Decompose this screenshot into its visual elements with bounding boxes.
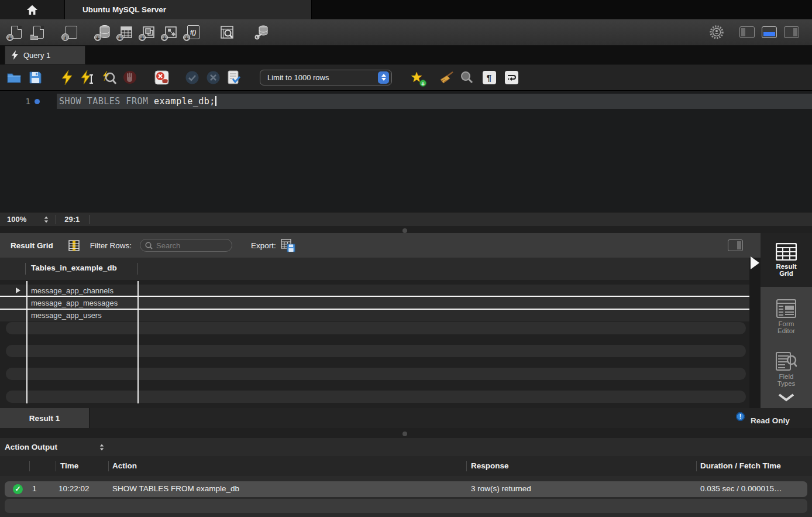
grid-column-border [26,281,27,403]
row-action: SHOW TABLES FROM example_db [112,484,239,493]
plus-icon: + [116,34,123,41]
tab-result-1[interactable]: Result 1 [0,408,90,428]
toggle-left-panel-button[interactable] [739,26,755,38]
folder-icon [7,72,21,83]
add-snippet-button[interactable]: ★ + [408,69,425,86]
action-output-empty-row [5,499,807,513]
magnifier-icon [460,71,473,84]
toggle-autocommit-button[interactable] [226,69,242,86]
output-selector-stepper[interactable] [99,444,104,451]
right-panel-icon [793,28,797,36]
left-panel-icon [741,28,745,36]
grid-row-1[interactable]: message_app_channels [0,285,749,297]
sidebar-item-field-types[interactable]: Field Types [761,347,812,392]
find-button[interactable] [459,69,475,86]
grid-column-header[interactable]: Tables_in_example_db [0,258,749,280]
stop-query-button[interactable] [122,69,138,86]
line-number: 1 [18,94,30,109]
sql-code-line[interactable]: SHOW TABLES FROM example_db; [59,94,216,109]
connection-tab[interactable]: Ubuntu MySQL Server [65,0,312,19]
rollback-button[interactable] [205,69,221,86]
sidebar-more-button[interactable] [761,392,812,402]
open-file-button[interactable] [6,69,22,86]
sql-editor[interactable]: 1 SHOW TABLES FROM example_db; [0,91,812,212]
save-script-button[interactable] [27,69,43,86]
toggle-word-wrap-button[interactable] [503,69,519,86]
stop-on-error-icon [154,70,169,85]
main-toolbar: + i + + [0,19,812,46]
sidebar-item-result-grid[interactable]: Result Grid [761,233,812,287]
action-output-panel: Action Output Time Action Response Durat… [0,438,812,517]
grid-row-3[interactable]: message_app_users [0,309,749,321]
read-only-icon: ! [736,412,745,421]
zoom-stepper[interactable] [44,216,49,223]
broom-icon [439,71,453,84]
execute-query-button[interactable] [59,69,75,86]
create-function-button[interactable]: f() + [184,23,202,42]
search-table-icon [220,25,234,39]
query-tab-bar: Query 1 [0,46,812,64]
sql-identifier: example_db; [154,96,215,107]
plus-icon: + [161,34,168,41]
lightning-icon [11,50,19,60]
create-schema-button[interactable]: + [95,23,113,42]
tab-query-1[interactable]: Query 1 [5,46,85,64]
enterprise-badge-icon[interactable] [709,25,724,40]
search-input[interactable] [156,241,221,250]
toggle-right-panel-button[interactable] [784,26,799,38]
save-icon [29,71,42,84]
action-output-row[interactable]: ✓ 1 10:22:02 SHOW TABLES FROM example_db… [5,481,807,497]
toggle-bottom-panel-button[interactable] [762,26,777,38]
export-table-icon [281,239,295,252]
explain-plan-button[interactable] [101,69,117,86]
mysql-workbench-window: Ubuntu MySQL Server + i + [0,0,812,517]
editor-status-bar: 100% 29:1 [0,212,812,226]
limit-rows-dropdown[interactable]: Limit to 1000 rows [260,70,392,85]
toggle-invisible-chars-button[interactable]: ¶ [481,69,497,86]
export-button[interactable] [281,239,295,252]
empty-grid-stripe [6,322,746,334]
row-duration: 0.035 sec / 0.000015… [700,484,782,493]
search-table-data-button[interactable] [218,23,236,42]
grid-row-2[interactable]: message_app_messages [0,297,749,309]
result-tab-bar: Result 1 ! Read Only [0,408,812,428]
search-icon [145,242,153,249]
toggle-stop-on-error-button[interactable] [153,69,170,86]
inspector-button[interactable]: i [62,23,81,42]
home-tab[interactable] [0,0,64,19]
splitter-handle-icon [402,228,407,233]
result-grid-icon [776,243,797,261]
sidebar-item-form-editor[interactable]: Form Editor [761,287,812,347]
open-sql-script-button[interactable] [29,23,48,42]
beautify-query-button[interactable] [438,69,454,86]
create-table-button[interactable]: + [117,23,136,42]
commit-check-icon [185,71,199,84]
pilcrow-icon: ¶ [483,71,496,84]
action-output-table-header: Time Action Response Duration / Fetch Ti… [0,456,812,476]
server-admin-button[interactable] [253,23,271,42]
empty-grid-stripe [6,368,746,380]
toggle-grid-panel-button[interactable] [728,239,743,251]
grid-columns-icon [68,240,80,251]
grid-column-title: Tables_in_example_db [31,263,117,272]
folder-icon [30,35,38,40]
cell-value: message_app_users [31,309,102,321]
filter-search-box[interactable] [140,239,232,252]
editor-result-splitter[interactable] [0,226,812,233]
new-query-tab-button[interactable]: + [7,23,26,42]
create-view-button[interactable]: + [139,23,158,42]
commit-button[interactable] [184,69,200,86]
connection-tab-title: Ubuntu MySQL Server [82,5,166,14]
create-procedure-button[interactable]: + [161,23,180,42]
result-output-splitter[interactable] [0,428,812,438]
selection-border-top [0,296,749,297]
execute-current-statement-button[interactable] [80,69,96,86]
bottom-panel-icon [763,32,775,36]
sidebar-item-label: Field Types [777,373,796,387]
editor-zoom-value: 100% [7,215,26,224]
home-icon [26,4,39,16]
wrap-text-icon [505,71,518,84]
rollback-cross-icon [207,71,220,84]
splitter-handle-icon [402,432,407,436]
titlebar: Ubuntu MySQL Server [0,0,812,19]
